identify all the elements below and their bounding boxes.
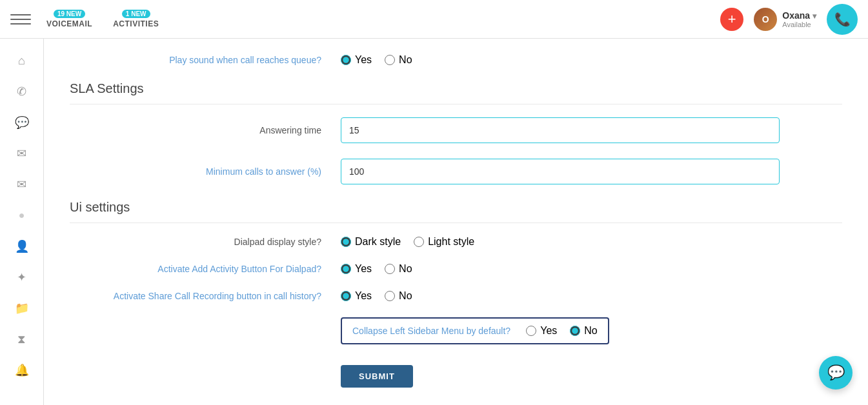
dark-style-option[interactable]: Dark style (341, 236, 401, 248)
play-sound-yes-radio[interactable] (341, 55, 351, 65)
sidebar-item-mail[interactable]: ✉ (8, 139, 36, 168)
sidebar-item-calls[interactable]: ✆ (8, 77, 36, 106)
add-activity-yes-radio[interactable] (341, 264, 351, 274)
sidebar-item-mail2[interactable]: ✉ (8, 170, 36, 199)
sidebar-item-chat[interactable]: 💬 (8, 108, 36, 137)
min-calls-label: Minimum calls to answer (%) (70, 166, 341, 177)
collapse-sidebar-yes-radio[interactable] (526, 326, 536, 336)
answering-time-label: Answering time (70, 125, 341, 135)
play-sound-no-label: No (399, 54, 412, 66)
phone-button[interactable]: 📞 (827, 4, 858, 35)
main-content: Play sound when call reaches queue? Yes … (44, 39, 868, 405)
chat-fab-button[interactable]: 💬 (819, 356, 853, 390)
add-activity-no-radio[interactable] (385, 264, 395, 274)
collapse-sidebar-no-radio[interactable] (570, 326, 580, 336)
share-recording-yes-label: Yes (355, 290, 372, 302)
comment-icon: ● (19, 210, 25, 221)
play-sound-no-option[interactable]: No (385, 54, 412, 66)
avatar: O (754, 8, 777, 31)
user-info[interactable]: O Oxana ▾ Available (754, 8, 816, 31)
add-button[interactable]: + (720, 8, 743, 31)
play-sound-yes-label: Yes (355, 54, 372, 66)
phone-icon: 📞 (834, 12, 851, 27)
chat-icon: 💬 (15, 115, 29, 130)
dark-style-label: Dark style (355, 236, 401, 248)
collapse-sidebar-highlighted: Collapse Left Sidebar Menu by default? Y… (341, 317, 609, 344)
activities-badge: 1 NEW (122, 10, 150, 18)
home-icon: ⌂ (18, 54, 25, 68)
sidebar-item-notify[interactable]: 🔔 (8, 356, 36, 384)
timer-icon: ⧗ (17, 333, 26, 346)
ui-section-title: Ui settings (70, 200, 842, 223)
share-recording-radios: Yes No (341, 290, 412, 302)
light-style-radio[interactable] (414, 237, 424, 247)
submit-row: SUBMIT (70, 360, 842, 388)
folder-icon: 📁 (15, 301, 29, 315)
share-recording-row: Activate Share Call Recording button in … (70, 290, 842, 302)
user-details: Oxana ▾ Available (782, 10, 816, 28)
nav-tabs: 19 NEW VOICEMAIL 1 NEW ACTIVITIES (39, 7, 720, 31)
sidebar-item-home[interactable]: ⌂ (8, 46, 36, 75)
sidebar-item-comment[interactable]: ● (8, 201, 36, 230)
sidebar-item-folder[interactable]: 📁 (8, 294, 36, 322)
add-activity-row: Activate Add Activity Button For Dialpad… (70, 263, 842, 275)
mail-icon: ✉ (17, 146, 26, 161)
sidebar: ⌂ ✆ 💬 ✉ ✉ ● 👤 ✦ 📁 ⧗ 🔔 (0, 39, 44, 405)
collapse-sidebar-row: Collapse Left Sidebar Menu by default? Y… (70, 317, 842, 344)
play-sound-row: Play sound when call reaches queue? Yes … (70, 54, 842, 66)
dialpad-style-row: Dialpad display style? Dark style Light … (70, 236, 842, 248)
calls-icon: ✆ (17, 84, 26, 99)
user-status: Available (782, 21, 816, 28)
answering-time-input[interactable] (341, 117, 780, 143)
add-activity-no-label: No (399, 263, 412, 275)
activities-label: ACTIVITIES (113, 19, 159, 28)
answering-time-row: Answering time (70, 117, 842, 143)
share-recording-yes-option[interactable]: Yes (341, 290, 372, 302)
tag-icon: ✦ (17, 270, 26, 284)
chat-fab-icon: 💬 (827, 364, 845, 381)
share-recording-label: Activate Share Call Recording button in … (70, 291, 341, 301)
collapse-sidebar-yes-label: Yes (540, 325, 557, 337)
sla-section-title: SLA Settings (70, 81, 842, 104)
play-sound-yes-option[interactable]: Yes (341, 54, 372, 66)
share-recording-yes-radio[interactable] (341, 291, 351, 301)
user-name: Oxana ▾ (782, 10, 816, 21)
play-sound-no-radio[interactable] (385, 55, 395, 65)
sidebar-item-tag[interactable]: ✦ (8, 263, 36, 291)
add-activity-no-option[interactable]: No (385, 263, 412, 275)
share-recording-no-option[interactable]: No (385, 290, 412, 302)
contacts-icon: 👤 (15, 239, 29, 253)
play-sound-radios: Yes No (341, 54, 412, 66)
light-style-label: Light style (428, 236, 474, 248)
collapse-sidebar-no-label: No (584, 325, 597, 337)
chevron-down-icon: ▾ (812, 12, 816, 21)
header: 19 NEW VOICEMAIL 1 NEW ACTIVITIES + O Ox… (0, 0, 868, 39)
collapse-sidebar-label: Collapse Left Sidebar Menu by default? (352, 326, 510, 336)
header-right: + O Oxana ▾ Available 📞 (720, 4, 858, 35)
add-activity-yes-label: Yes (355, 263, 372, 275)
voicemail-label: VOICEMAIL (46, 19, 92, 28)
sidebar-item-timer[interactable]: ⧗ (8, 325, 36, 353)
light-style-option[interactable]: Light style (414, 236, 474, 248)
dialpad-style-label: Dialpad display style? (70, 237, 341, 247)
share-recording-no-radio[interactable] (385, 291, 395, 301)
collapse-sidebar-yes-option[interactable]: Yes (526, 325, 557, 337)
tab-voicemail[interactable]: 19 NEW VOICEMAIL (39, 7, 100, 31)
hamburger-menu[interactable] (10, 9, 31, 30)
min-calls-input[interactable] (341, 159, 780, 184)
tab-activities[interactable]: 1 NEW ACTIVITIES (105, 7, 167, 31)
add-activity-yes-option[interactable]: Yes (341, 263, 372, 275)
add-activity-label: Activate Add Activity Button For Dialpad… (70, 264, 341, 274)
voicemail-badge: 19 NEW (54, 10, 85, 18)
submit-button[interactable]: SUBMIT (341, 365, 413, 388)
dialpad-style-radios: Dark style Light style (341, 236, 474, 248)
collapse-sidebar-radios: Yes No (526, 325, 598, 337)
dark-style-radio[interactable] (341, 237, 351, 247)
add-activity-radios: Yes No (341, 263, 412, 275)
share-recording-no-label: No (399, 290, 412, 302)
sidebar-item-contacts[interactable]: 👤 (8, 232, 36, 261)
mail2-icon: ✉ (17, 177, 26, 192)
play-sound-label: Play sound when call reaches queue? (70, 55, 341, 65)
notify-icon: 🔔 (15, 363, 29, 377)
collapse-sidebar-no-option[interactable]: No (570, 325, 597, 337)
